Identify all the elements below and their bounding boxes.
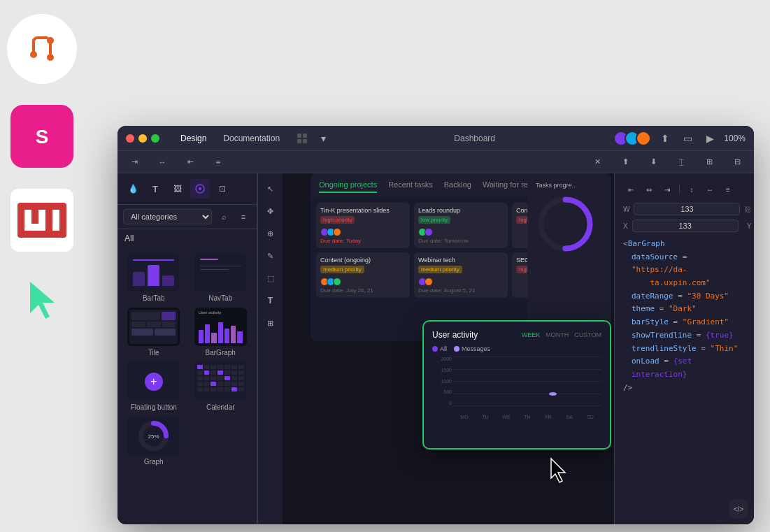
x-input[interactable] <box>632 220 739 232</box>
project-avatars-3 <box>418 278 504 286</box>
align-center-prop-icon[interactable]: ⇔ <box>641 182 657 197</box>
svg-rect-11 <box>303 134 307 138</box>
project-card-3[interactable]: Webinar tech medium priority Due date: A… <box>414 252 508 298</box>
width-input[interactable] <box>634 203 740 215</box>
close-button[interactable] <box>126 134 134 143</box>
cursor-app-icon[interactable] <box>14 273 70 329</box>
canvas-area[interactable]: Ongoing projects Recent tasks Backlog Wa… <box>283 173 614 524</box>
project-card-1[interactable]: Leads roundup low priority Due date: Tom… <box>414 203 508 248</box>
tile-label: Tile <box>148 349 159 357</box>
hand-tool-icon[interactable]: ✥ <box>261 201 280 221</box>
distribute-prop-icon[interactable]: ≡ <box>720 182 736 197</box>
select-icon[interactable]: ↖ <box>261 179 280 199</box>
graph-thumb: 25% <box>127 417 180 455</box>
project-card-2[interactable]: Content (ongoing) medium priority Due da… <box>316 252 410 298</box>
code-view-button[interactable]: </> <box>729 499 748 519</box>
align-left-prop-icon[interactable]: ⇤ <box>623 182 639 197</box>
search-icon[interactable]: ⌕ <box>216 209 231 224</box>
project-due-3: Due date: August 5, 21 <box>418 287 504 294</box>
component-navtab[interactable]: NavTab <box>190 253 252 302</box>
flip-h-icon[interactable]: ↕ <box>684 182 699 197</box>
component-bartab[interactable]: BarTab <box>123 253 185 302</box>
delete-icon[interactable]: ✕ <box>589 154 606 171</box>
maximize-button[interactable] <box>151 134 159 143</box>
tab-design[interactable]: Design <box>173 131 213 146</box>
distribute-h-icon[interactable]: ⊞ <box>701 154 718 171</box>
project-title-2: Content (ongoing) <box>320 257 406 264</box>
main-app-window: Design Documentation ▾ Dashboard ⬆ ▭ ▶ 1… <box>117 126 754 524</box>
activity-tab-custom[interactable]: CUSTOM <box>574 331 601 338</box>
align-right-prop-icon[interactable]: ⇥ <box>660 182 675 197</box>
component-floating-button[interactable]: + Floating button <box>123 362 185 411</box>
svg-point-15 <box>199 187 201 190</box>
canvas-side-toolbar: ↖ ✥ ⊕ ✎ ⬚ T ⊞ <box>257 173 283 524</box>
share-icon[interactable]: ⬆ <box>657 130 673 147</box>
code-panel: <BarGraph dataSource = "https://da- ta.u… <box>623 238 746 394</box>
project-card-0[interactable]: Tin-K presentation slides high priority … <box>316 203 410 248</box>
legend-dot-all <box>432 346 438 352</box>
dash-tab-recent[interactable]: Recent tasks <box>388 180 433 193</box>
shape-icon[interactable]: ⬚ <box>261 268 280 288</box>
minimize-button[interactable] <box>138 134 147 143</box>
send-back-icon[interactable]: ⬇ <box>645 154 662 171</box>
list-view-icon[interactable]: ≡ <box>236 209 251 224</box>
component-graph[interactable]: 25% Graph <box>123 417 185 466</box>
bar-group-fr <box>540 392 557 405</box>
component-tile[interactable]: Tile <box>123 308 185 357</box>
component-bargraph[interactable]: User activity Bar <box>190 308 252 357</box>
window-menu-icon[interactable]: ▾ <box>315 130 331 147</box>
all-label: All <box>117 229 257 247</box>
window-title: Dashboard <box>337 134 612 143</box>
zoom-icon[interactable]: ⊕ <box>261 224 280 243</box>
panel-image-icon[interactable]: 🖼 <box>168 179 187 199</box>
panel-frame-icon[interactable]: ⊡ <box>213 179 232 199</box>
grid-line-5 <box>453 405 601 406</box>
svg-rect-7 <box>24 210 59 231</box>
link-dims-icon[interactable]: ⛓ <box>744 203 751 215</box>
align-top-icon[interactable]: ⌶ <box>673 154 690 171</box>
tab-documentation[interactable]: Documentation <box>216 131 287 146</box>
dash-tab-ongoing[interactable]: Ongoing projects <box>319 180 377 193</box>
align-center-icon[interactable]: ↔ <box>154 154 171 171</box>
x-label-su: SU <box>582 415 599 419</box>
text-tool-icon[interactable]: T <box>261 291 280 310</box>
panel-drop-icon[interactable]: 💧 <box>123 179 143 199</box>
category-filter[interactable]: All categories <box>123 209 212 224</box>
device-icon[interactable]: ▭ <box>679 130 696 147</box>
flip-v-icon[interactable]: ↔ <box>702 182 718 197</box>
draw-icon[interactable]: ✎ <box>261 246 280 266</box>
align-left-icon[interactable]: ⇥ <box>126 154 143 171</box>
code-prop-datasource: dataSource = "https://da- ta.uxpin.com" <box>623 251 746 290</box>
calendar-preview <box>194 362 247 401</box>
s-app-icon[interactable]: S <box>10 105 73 168</box>
project-avatars-2 <box>320 278 406 286</box>
dash-tab-backlog[interactable]: Backlog <box>444 180 471 193</box>
activity-tab-week[interactable]: WEEK <box>522 331 541 338</box>
code-opening-tag: <BarGraph <box>623 238 746 251</box>
npm-icon[interactable] <box>10 189 73 252</box>
components-panel: 💧 T 🖼 ⊡ All categories ⌕ ≡ All <box>117 173 257 524</box>
align-right-icon[interactable]: ⇤ <box>182 154 199 171</box>
bring-forward-icon[interactable]: ⬆ <box>617 154 634 171</box>
grid-snap-icon[interactable]: ⊞ <box>261 313 280 333</box>
y-label-0: 0 <box>449 401 452 405</box>
distribute-v-icon[interactable]: ⊟ <box>729 154 746 171</box>
secondary-toolbar: ⇥ ↔ ⇤ ≡ ✕ ⬆ ⬇ ⌶ ⊞ ⊟ <box>117 151 754 173</box>
y-label-1500: 1500 <box>441 368 452 373</box>
panel-text-icon[interactable]: T <box>145 179 165 199</box>
activity-tab-month[interactable]: MONTH <box>546 331 569 338</box>
user-activity-card: User activity WEEK MONTH CUSTOM All Mess… <box>422 320 611 450</box>
navtab-label: NavTab <box>208 294 232 302</box>
distribute-icon[interactable]: ≡ <box>210 154 227 171</box>
x-label-mo: MO <box>456 415 473 419</box>
code-icon: </> <box>734 505 743 513</box>
floating-preview: + <box>127 362 180 401</box>
x-label-th: TH <box>519 415 536 419</box>
git-icon[interactable] <box>7 14 77 84</box>
play-icon[interactable]: ▶ <box>701 130 718 147</box>
panel-component-icon[interactable] <box>190 179 210 199</box>
avatar-3 <box>636 131 651 146</box>
project-tag-0: high priority <box>320 216 355 224</box>
project-title-1: Leads roundup <box>418 207 504 214</box>
component-calendar[interactable]: Calendar <box>190 362 252 411</box>
